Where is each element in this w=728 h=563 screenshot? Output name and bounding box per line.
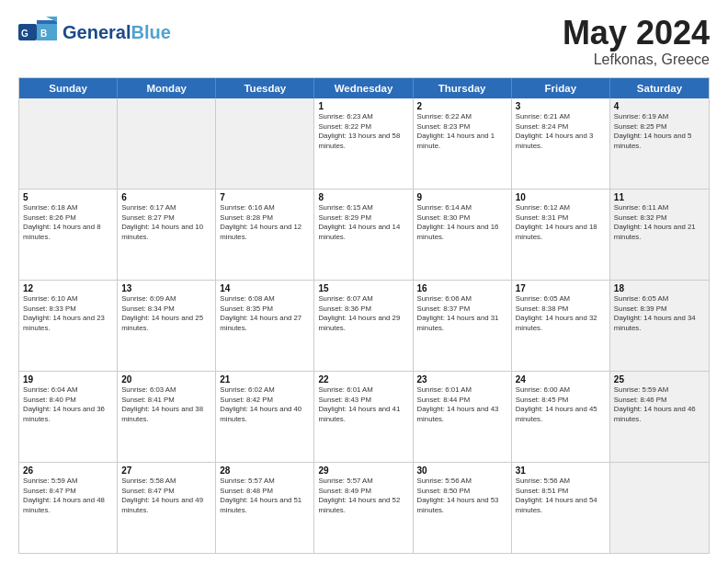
sunset-text: Sunset: 8:37 PM — [417, 304, 507, 315]
day-number: 4 — [614, 101, 705, 111]
day-number: 11 — [614, 192, 705, 202]
sunset-text: Sunset: 8:32 PM — [614, 213, 705, 224]
day-number: 8 — [318, 192, 408, 202]
calendar: SundayMondayTuesdayWednesdayThursdayFrid… — [18, 77, 710, 554]
logo-icon: G B — [18, 17, 57, 48]
day-number: 2 — [417, 101, 507, 111]
sunset-text: Sunset: 8:23 PM — [417, 122, 507, 132]
sunset-text: Sunset: 8:22 PM — [318, 122, 408, 132]
sunrise-text: Sunrise: 6:14 AM — [417, 203, 507, 213]
day-number: 25 — [614, 374, 705, 385]
sunset-text: Sunset: 8:51 PM — [516, 487, 606, 497]
title-block: May 2024 Lefkonas, Greece — [563, 17, 710, 68]
daylight-text: Daylight: 14 hours and 49 minutes. — [121, 496, 211, 515]
sunrise-text: Sunrise: 6:16 AM — [220, 203, 310, 213]
sunrise-text: Sunrise: 5:56 AM — [516, 477, 606, 487]
daylight-text: Daylight: 14 hours and 3 minutes. — [516, 132, 606, 151]
sunrise-text: Sunrise: 5:59 AM — [614, 385, 705, 396]
logo-name: GeneralBlue — [63, 22, 171, 42]
sunrise-text: Sunrise: 6:05 AM — [614, 294, 705, 304]
sunset-text: Sunset: 8:40 PM — [23, 396, 113, 406]
sunset-text: Sunset: 8:31 PM — [516, 213, 606, 224]
calendar-cell-19: 19Sunrise: 6:04 AMSunset: 8:40 PMDayligh… — [19, 372, 118, 462]
calendar-cell-22: 22Sunrise: 6:01 AMSunset: 8:43 PMDayligh… — [314, 372, 413, 462]
calendar-cell-17: 17Sunrise: 6:05 AMSunset: 8:38 PMDayligh… — [512, 281, 610, 371]
daylight-text: Daylight: 14 hours and 27 minutes. — [220, 314, 310, 333]
day-number: 30 — [417, 465, 507, 476]
day-number: 14 — [220, 283, 310, 293]
calendar-cell-26: 26Sunrise: 5:59 AMSunset: 8:47 PMDayligh… — [19, 463, 118, 553]
sunrise-text: Sunrise: 6:22 AM — [417, 112, 507, 122]
weekday-header-saturday: Saturday — [610, 78, 709, 98]
daylight-text: Daylight: 14 hours and 52 minutes. — [318, 496, 408, 515]
day-number: 6 — [121, 192, 211, 202]
sunrise-text: Sunrise: 6:15 AM — [318, 203, 408, 213]
sunset-text: Sunset: 8:42 PM — [220, 396, 310, 406]
sunset-text: Sunset: 8:27 PM — [121, 213, 211, 224]
daylight-text: Daylight: 14 hours and 43 minutes. — [417, 405, 507, 424]
daylight-text: Daylight: 14 hours and 46 minutes. — [614, 405, 705, 424]
calendar-cell-10: 10Sunrise: 6:12 AMSunset: 8:31 PMDayligh… — [512, 190, 610, 280]
day-number: 3 — [516, 101, 606, 111]
calendar-title: May 2024 — [563, 17, 710, 50]
sunrise-text: Sunrise: 6:07 AM — [318, 294, 408, 304]
sunrise-text: Sunrise: 6:02 AM — [220, 385, 310, 396]
daylight-text: Daylight: 14 hours and 32 minutes. — [516, 314, 606, 333]
day-number: 22 — [318, 374, 408, 385]
sunset-text: Sunset: 8:45 PM — [516, 396, 606, 406]
sunrise-text: Sunrise: 6:05 AM — [516, 294, 606, 304]
daylight-text: Daylight: 14 hours and 8 minutes. — [23, 223, 113, 242]
logo: G B GeneralBlue — [18, 17, 171, 48]
calendar-cell-14: 14Sunrise: 6:08 AMSunset: 8:35 PMDayligh… — [216, 281, 314, 371]
calendar-cell-15: 15Sunrise: 6:07 AMSunset: 8:36 PMDayligh… — [314, 281, 413, 371]
daylight-text: Daylight: 14 hours and 41 minutes. — [318, 405, 408, 424]
daylight-text: Daylight: 14 hours and 40 minutes. — [220, 405, 310, 424]
sunrise-text: Sunrise: 5:56 AM — [417, 477, 507, 487]
weekday-header-tuesday: Tuesday — [216, 78, 314, 98]
daylight-text: Daylight: 14 hours and 1 minute. — [417, 132, 507, 151]
svg-text:B: B — [40, 29, 47, 39]
sunrise-text: Sunrise: 6:01 AM — [318, 385, 408, 396]
daylight-text: Daylight: 14 hours and 34 minutes. — [614, 314, 705, 333]
day-number: 28 — [220, 465, 310, 476]
calendar-cell-30: 30Sunrise: 5:56 AMSunset: 8:50 PMDayligh… — [414, 463, 512, 553]
sunset-text: Sunset: 8:47 PM — [23, 487, 113, 497]
sunrise-text: Sunrise: 6:08 AM — [220, 294, 310, 304]
day-number: 15 — [318, 283, 408, 293]
calendar-cell-20: 20Sunrise: 6:03 AMSunset: 8:41 PMDayligh… — [118, 372, 216, 462]
sunset-text: Sunset: 8:47 PM — [121, 487, 211, 497]
day-number: 27 — [121, 465, 211, 476]
calendar-cell-29: 29Sunrise: 5:57 AMSunset: 8:49 PMDayligh… — [314, 463, 413, 553]
daylight-text: Daylight: 14 hours and 23 minutes. — [23, 314, 113, 333]
sunrise-text: Sunrise: 6:12 AM — [516, 203, 606, 213]
day-number: 23 — [417, 374, 507, 385]
calendar-row-3: 19Sunrise: 6:04 AMSunset: 8:40 PMDayligh… — [19, 372, 709, 463]
calendar-cell-12: 12Sunrise: 6:10 AMSunset: 8:33 PMDayligh… — [19, 281, 118, 371]
calendar-cell-24: 24Sunrise: 6:00 AMSunset: 8:45 PMDayligh… — [512, 372, 610, 462]
svg-marker-2 — [37, 20, 57, 24]
weekday-header-sunday: Sunday — [19, 78, 118, 98]
calendar-row-2: 12Sunrise: 6:10 AMSunset: 8:33 PMDayligh… — [19, 281, 709, 372]
sunrise-text: Sunrise: 5:57 AM — [318, 477, 408, 487]
sunset-text: Sunset: 8:46 PM — [614, 396, 705, 406]
calendar-cell-13: 13Sunrise: 6:09 AMSunset: 8:34 PMDayligh… — [118, 281, 216, 371]
calendar-cell-25: 25Sunrise: 5:59 AMSunset: 8:46 PMDayligh… — [610, 372, 709, 462]
day-number: 9 — [417, 192, 507, 202]
calendar-cell-4: 4Sunrise: 6:19 AMSunset: 8:25 PMDaylight… — [610, 98, 709, 189]
calendar-cell-21: 21Sunrise: 6:02 AMSunset: 8:42 PMDayligh… — [216, 372, 314, 462]
daylight-text: Daylight: 14 hours and 29 minutes. — [318, 314, 408, 333]
sunrise-text: Sunrise: 6:11 AM — [614, 203, 705, 213]
calendar-cell-27: 27Sunrise: 5:58 AMSunset: 8:47 PMDayligh… — [118, 463, 216, 553]
weekday-header-friday: Friday — [512, 78, 610, 98]
sunset-text: Sunset: 8:39 PM — [614, 304, 705, 315]
calendar-body: 1Sunrise: 6:23 AMSunset: 8:22 PMDaylight… — [19, 98, 709, 553]
calendar-cell-8: 8Sunrise: 6:15 AMSunset: 8:29 PMDaylight… — [314, 190, 413, 280]
day-number: 12 — [23, 283, 113, 293]
day-number: 10 — [516, 192, 606, 202]
page: G B GeneralBlue May 2024 Lefkonas, Greec… — [0, 0, 728, 563]
day-number: 5 — [23, 192, 113, 202]
calendar-row-0: 1Sunrise: 6:23 AMSunset: 8:22 PMDaylight… — [19, 98, 709, 190]
sunrise-text: Sunrise: 6:21 AM — [516, 112, 606, 122]
day-number: 24 — [516, 374, 606, 385]
calendar-row-1: 5Sunrise: 6:18 AMSunset: 8:26 PMDaylight… — [19, 190, 709, 281]
